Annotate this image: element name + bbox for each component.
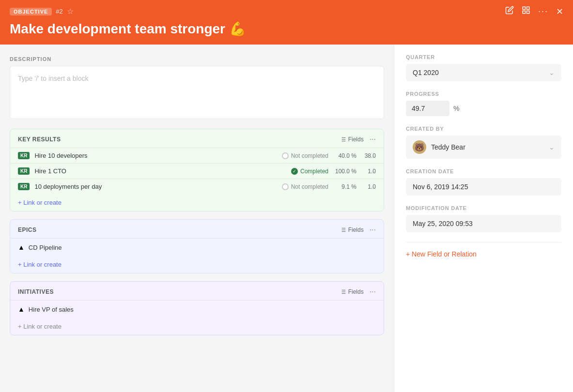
key-results-title: KEY RESULTS: [18, 136, 61, 143]
key-results-header: KEY RESULTS Fields ···: [10, 129, 384, 148]
initiative-icon: ▲: [18, 305, 25, 313]
svg-rect-3: [527, 11, 529, 14]
status-circle-icon: [282, 183, 289, 190]
key-results-link-create-button[interactable]: + Link or create: [10, 194, 69, 211]
progress-row: %: [406, 101, 561, 116]
svg-rect-2: [523, 11, 525, 14]
kr-badge: KR: [18, 167, 30, 175]
layout-button[interactable]: [522, 6, 530, 17]
key-results-card: KEY RESULTS Fields ··· KR Hire 10 develo…: [10, 129, 384, 211]
kr-name[interactable]: Hire 10 developers: [34, 152, 277, 159]
kr-percent: 9.1 %: [333, 183, 356, 190]
epics-header: EPICS Fields ···: [10, 220, 384, 238]
kr-value: 1.0: [361, 183, 376, 190]
epic-name[interactable]: CD Pipeline: [29, 244, 62, 251]
more-button[interactable]: ···: [538, 6, 548, 16]
new-field-button[interactable]: + New Field or Relation: [406, 250, 477, 258]
chevron-down-icon: ⌄: [549, 69, 555, 76]
kr-name[interactable]: 10 deployments per day: [34, 183, 277, 190]
main-content: DESCRIPTION Type '/' to insert a block K…: [0, 45, 573, 392]
epics-actions: Fields ···: [340, 226, 376, 234]
svg-rect-1: [527, 7, 529, 9]
status-label: Not completed: [291, 183, 328, 190]
progress-unit: %: [453, 105, 459, 112]
epics-card: EPICS Fields ··· ▲ CD Pipeline + Link or…: [10, 219, 384, 273]
initiatives-card: INITIATIVES Fields ··· ▲ Hire VP of sale…: [10, 281, 384, 335]
initiatives-actions: Fields ···: [340, 287, 376, 296]
quarter-dropdown[interactable]: Q1 2020 ⌄: [406, 64, 561, 81]
right-panel: QUARTER Q1 2020 ⌄ PROGRESS % CREATED BY …: [394, 45, 573, 392]
table-row: KR Hire 10 developers Not completed 40.0…: [10, 148, 384, 163]
kr-status: Not completed: [282, 183, 328, 190]
creator-name: Teddy Bear: [431, 143, 465, 151]
star-icon[interactable]: ☆: [67, 7, 74, 16]
list-item: ▲ Hire VP of sales: [10, 300, 384, 318]
status-label: Not completed: [291, 152, 328, 159]
created-by-label: CREATED BY: [406, 126, 561, 132]
close-button[interactable]: ✕: [556, 6, 563, 17]
status-circle-icon: [282, 152, 289, 159]
modification-date-section: MODIFICATION DATE May 25, 2020 09:53: [406, 205, 561, 232]
epics-more-button[interactable]: ···: [370, 226, 376, 234]
header-badge: OBJECTIVE #2 ☆: [10, 7, 74, 16]
modification-date-value: May 25, 2020 09:53: [406, 215, 561, 232]
initiatives-fields-button[interactable]: Fields: [340, 288, 364, 295]
initiative-name[interactable]: Hire VP of sales: [29, 306, 74, 313]
table-row: KR Hire 1 CTO ✓ Completed 100.0 % 1.0: [10, 163, 384, 179]
creation-date-value: Nov 6, 2019 14:25: [406, 178, 561, 196]
initiatives-title: INITIATIVES: [18, 288, 54, 295]
kr-badge: KR: [18, 183, 30, 190]
status-circle-icon: ✓: [291, 168, 298, 175]
table-row: KR 10 deployments per day Not completed …: [10, 179, 384, 194]
kr-percent: 100.0 %: [333, 168, 356, 175]
kr-percent: 40.0 %: [333, 152, 356, 159]
kr-status: Not completed: [282, 152, 328, 159]
description-placeholder: Type '/' to insert a block: [18, 75, 88, 82]
epics-title: EPICS: [18, 226, 37, 233]
avatar: 🐻: [413, 140, 426, 154]
creator-row: 🐻 Teddy Bear: [413, 140, 465, 154]
modification-date-label: MODIFICATION DATE: [406, 205, 561, 211]
page-title: Make development team stronger 💪: [10, 21, 563, 37]
created-by-section: CREATED BY 🐻 Teddy Bear ⌄: [406, 126, 561, 159]
key-results-fields-button[interactable]: Fields: [340, 136, 364, 143]
svg-rect-0: [523, 7, 525, 9]
kr-badge: KR: [18, 152, 30, 159]
progress-section: PROGRESS %: [406, 91, 561, 116]
creator-dropdown[interactable]: 🐻 Teddy Bear ⌄: [406, 136, 561, 159]
chevron-down-icon: ⌄: [549, 143, 555, 151]
divider: [406, 242, 561, 242]
epic-icon: ▲: [18, 243, 25, 251]
quarter-section: QUARTER Q1 2020 ⌄: [406, 54, 561, 81]
creation-date-label: CREATION DATE: [406, 168, 561, 174]
header: OBJECTIVE #2 ☆ ··· ✕ Make development te…: [0, 0, 573, 45]
header-actions: ··· ✕: [505, 6, 563, 17]
progress-label: PROGRESS: [406, 91, 561, 97]
epics-fields-button[interactable]: Fields: [340, 226, 364, 233]
edit-button[interactable]: [505, 6, 514, 17]
epics-link-create-button[interactable]: + Link or create: [10, 256, 69, 273]
kr-value: 1.0: [361, 168, 376, 175]
objective-badge: OBJECTIVE: [10, 8, 52, 15]
quarter-label: QUARTER: [406, 54, 561, 60]
left-panel: DESCRIPTION Type '/' to insert a block K…: [0, 45, 394, 392]
progress-input[interactable]: [406, 101, 449, 116]
key-results-actions: Fields ···: [340, 135, 376, 144]
objective-number: #2: [56, 8, 62, 15]
initiatives-link-create-button[interactable]: + Link or create: [10, 318, 69, 335]
description-label: DESCRIPTION: [10, 56, 384, 62]
initiatives-header: INITIATIVES Fields ···: [10, 282, 384, 300]
initiatives-more-button[interactable]: ···: [370, 287, 376, 296]
description-area[interactable]: Type '/' to insert a block: [10, 66, 384, 119]
list-item: ▲ CD Pipeline: [10, 238, 384, 256]
kr-status: ✓ Completed: [291, 168, 328, 175]
creation-date-section: CREATION DATE Nov 6, 2019 14:25: [406, 168, 561, 196]
status-label: Completed: [300, 168, 328, 175]
kr-value: 38.0: [361, 152, 376, 159]
kr-name[interactable]: Hire 1 CTO: [34, 167, 286, 175]
key-results-more-button[interactable]: ···: [370, 135, 376, 144]
